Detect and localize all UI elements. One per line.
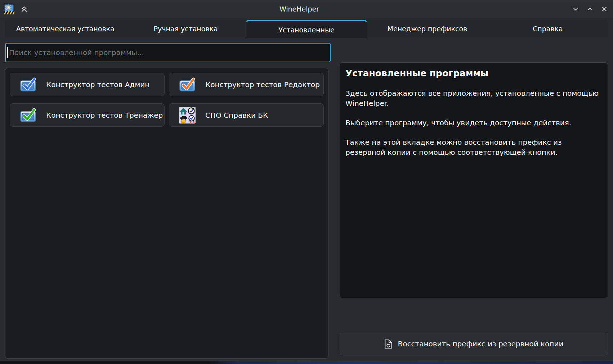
program-name: СПО Справки БК: [205, 111, 268, 120]
program-name: Конструктор тестов Тренажер: [46, 111, 163, 120]
info-panel-heading: Установленные программы: [345, 68, 602, 78]
chevrons-up-icon: [20, 5, 28, 13]
winehelper-window: { "colors": { "accent": "#3daee9", "chec…: [0, 0, 613, 364]
tab-prefix-manager[interactable]: Менеджер префиксов: [367, 20, 487, 37]
program-name: Конструктор тестов Редактор: [205, 80, 320, 89]
checkbox-blue-icon: [19, 76, 37, 93]
document-restore-icon: [384, 339, 393, 349]
info-panel: Установленные программы Здесь отображают…: [340, 62, 608, 298]
tab-help[interactable]: Справка: [488, 20, 608, 37]
close-button[interactable]: [597, 2, 612, 16]
search-input[interactable]: [8, 44, 330, 62]
info-paragraph: Также на этой вкладке можно восстановить…: [345, 137, 602, 157]
tab-manual-install[interactable]: Ручная установка: [125, 20, 246, 37]
chevron-up-icon: [587, 6, 593, 12]
tab-bar: Автоматическая установка Ручная установк…: [5, 20, 608, 37]
taskbar-edge: [0, 361, 613, 364]
checkbox-green-icon: [19, 107, 37, 124]
program-card-trainer[interactable]: Конструктор тестов Тренажер: [10, 103, 165, 127]
search-field: [5, 43, 331, 62]
window-title: WineHelper: [30, 5, 568, 13]
maximize-button[interactable]: [583, 2, 597, 16]
program-name: Конструктор тестов Админ: [46, 80, 149, 89]
program-card-admin[interactable]: Конструктор тестов Админ: [10, 73, 165, 96]
program-card-spo-spravki[interactable]: 2.5 СПО Справки БК: [169, 103, 324, 127]
checkbox-orange-icon: [179, 76, 196, 93]
restore-prefix-label: Восстановить префикс из резервной копии: [398, 340, 564, 348]
restore-prefix-button[interactable]: Восстановить префикс из резервной копии: [340, 333, 608, 355]
titlebar[interactable]: WineHelper: [0, 0, 613, 18]
close-icon: [601, 6, 607, 12]
chevron-down-icon: [573, 6, 578, 12]
program-grid: Конструктор тестов Админ Конструктор тес…: [10, 73, 324, 127]
winehelper-app-icon: [4, 4, 14, 14]
tab-installed[interactable]: Установленные: [246, 20, 367, 38]
info-paragraph: Выберите программу, чтобы увидеть доступ…: [345, 118, 602, 128]
program-card-editor[interactable]: Конструктор тестов Редактор: [169, 73, 324, 96]
installed-programs-panel: Конструктор тестов Админ Конструктор тес…: [5, 68, 328, 359]
spo-spravki-icon: 2.5: [179, 107, 196, 124]
info-paragraph: Здесь отображаются все приложения, устан…: [345, 88, 602, 108]
svg-text:2.5: 2.5: [189, 121, 195, 124]
minimize-button[interactable]: [568, 2, 583, 16]
keep-above-button[interactable]: [18, 3, 30, 15]
tab-auto-install[interactable]: Автоматическая установка: [5, 20, 125, 37]
